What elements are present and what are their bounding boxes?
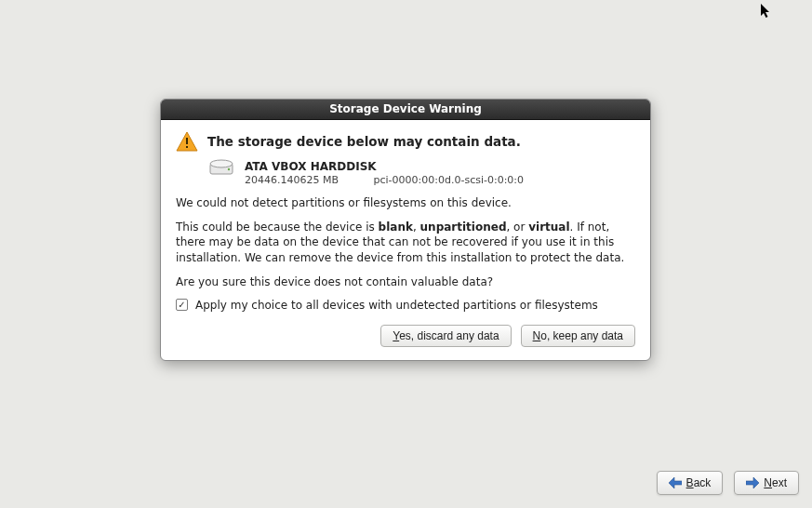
footer-nav: Back Next <box>657 471 799 495</box>
paragraph-confirm: Are you sure this device does not contai… <box>176 274 635 289</box>
no-keep-button[interactable]: No, keep any data <box>521 325 635 347</box>
mouse-cursor <box>761 4 772 21</box>
arrow-right-icon <box>746 477 759 488</box>
back-button[interactable]: Back <box>657 471 724 495</box>
storage-warning-dialog: Storage Device Warning The storage devic… <box>160 99 651 361</box>
device-size: 20446.140625 MB <box>245 174 339 186</box>
yes-discard-button[interactable]: Yes, discard any data <box>380 325 511 347</box>
arrow-left-icon <box>669 477 682 488</box>
warning-icon <box>176 131 198 152</box>
apply-all-checkbox[interactable] <box>176 299 188 311</box>
svg-rect-1 <box>186 146 188 148</box>
svg-rect-0 <box>186 138 188 144</box>
svg-point-4 <box>228 168 230 170</box>
device-path: pci-0000:00:0d.0-scsi-0:0:0:0 <box>374 174 525 186</box>
dialog-title: Storage Device Warning <box>161 100 650 120</box>
apply-all-label: Apply my choice to all devices with unde… <box>195 299 598 312</box>
next-button[interactable]: Next <box>734 471 799 495</box>
device-name: ATA VBOX HARDDISK <box>245 159 524 174</box>
dialog-heading: The storage device below may contain dat… <box>207 134 521 149</box>
paragraph-no-partitions: We could not detect partitions or filesy… <box>176 195 635 210</box>
paragraph-explanation: This could be because the device is blan… <box>176 220 635 265</box>
harddisk-icon <box>209 159 233 176</box>
svg-point-3 <box>210 160 233 167</box>
